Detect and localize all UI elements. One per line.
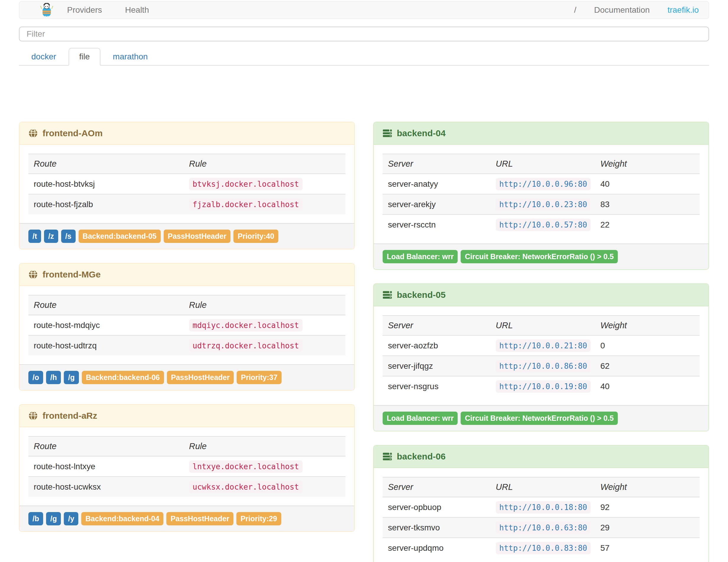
route-column-header: Route [28,436,184,456]
routes-header-row: Route Rule [28,295,345,315]
backend-setting-badge: Circuit Breaker: NetworkErrorRatio () > … [461,412,618,425]
backend-card-header: backend-05 [374,284,709,306]
nav-providers-link[interactable]: Providers [67,5,102,15]
backend-card-body: Server URL Weight server-anatyy http://1… [374,145,709,243]
server-column-header: Server [383,316,490,335]
nav-traefik-io-link[interactable]: traefik.io [667,5,699,15]
frontend-card-body: Route Rule route-host-mdqiyc mdqiyc.dock… [19,286,354,364]
frontend-setting-badge: Backend:backend-04 [81,512,163,525]
server-name-cell: server-nsgrus [383,376,490,396]
weight-cell: 29 [595,517,700,538]
frontend-card-header: frontend-MGe [19,264,354,286]
routes-header-row: Route Rule [28,436,345,456]
frontend-setting-badge: Backend:backend-05 [79,230,161,243]
route-row: route-host-udtrzq udtrzq.docker.localhos… [28,335,345,355]
frontend-title: frontend-AOm [43,128,103,138]
frontend-card-footer: /t/z/sBackend:backend-05PassHostHeaderPr… [19,223,354,249]
server-name-cell: server-aozfzb [383,335,490,356]
url-cell: http://10.0.0.57:80 [490,215,595,235]
globe-icon [28,270,38,279]
server-name-cell: server-anatyy [383,174,490,194]
entrypoint-badge: /z [44,230,58,243]
navbar-right-group: / Documentation traefik.io [574,5,699,15]
globe-icon [28,411,38,420]
nav-documentation-link[interactable]: Documentation [594,5,650,15]
server-name-cell: server-opbuop [383,497,490,517]
entrypoint-badge: /h [46,371,61,384]
server-icon [383,129,392,138]
server-row: server-aozfzb http://10.0.0.21:80 0 [383,335,700,356]
routes-header-row: Route Rule [28,154,345,174]
nav-health-link[interactable]: Health [125,5,149,15]
url-cell: http://10.0.0.23:80 [490,194,595,215]
rule-cell: fjzalb.docker.localhost [184,194,345,214]
nav-separator: / [574,5,576,15]
tab-marathon[interactable]: marathon [102,48,158,66]
filter-bar [19,27,709,41]
servers-table: Server URL Weight server-aozfzb http://1… [383,315,700,396]
entrypoint-badge: /g [64,371,79,384]
server-column-header: Server [383,477,490,497]
weight-cell: 62 [595,356,700,376]
frontend-card-body: Route Rule route-host-btvksj btvksj.dock… [19,145,354,223]
frontend-card-body: Route Rule route-host-lntxye lntxye.dock… [19,427,354,506]
server-name-cell: server-tksmvo [383,517,490,538]
route-row: route-host-lntxye lntxye.docker.localhos… [28,456,345,477]
rule-column-header: Rule [184,295,345,315]
entrypoint-badge: /g [46,512,61,525]
weight-cell: 83 [595,194,700,215]
weight-column-header: Weight [595,154,700,174]
servers-header-row: Server URL Weight [383,477,700,497]
route-row: route-host-mdqiyc mdqiyc.docker.localhos… [28,315,345,335]
route-name-cell: route-host-mdqiyc [28,315,184,335]
frontend-card: frontend-aRz Route Rule route-host-lntxy… [19,404,355,532]
backend-card-header: backend-06 [374,446,709,468]
route-column-header: Route [28,154,184,174]
frontend-setting-badge: PassHostHeader [167,371,234,384]
entrypoint-badge: /y [64,512,78,525]
frontend-setting-badge: Priority:37 [237,371,282,384]
frontend-setting-badge: Backend:backend-06 [82,371,164,384]
server-icon [383,290,392,300]
backend-setting-badge: Load Balancer: wrr [383,250,458,263]
server-column-header: Server [383,154,490,174]
url-cell: http://10.0.0.19:80 [490,376,595,396]
rule-cell: lntxye.docker.localhost [184,456,345,477]
url-cell: http://10.0.0.21:80 [490,335,595,356]
frontend-card-footer: /b/g/yBackend:backend-04PassHostHeaderPr… [19,506,354,531]
frontend-setting-badge: PassHostHeader [164,230,231,243]
page: Providers Health / Documentation traefik… [0,0,728,562]
rule-column-header: Rule [184,154,345,174]
frontend-title: frontend-aRz [43,411,97,421]
globe-icon [28,129,38,138]
frontend-card-header: frontend-aRz [19,405,354,427]
weight-cell: 57 [595,538,700,558]
routes-table: Route Rule route-host-btvksj btvksj.dock… [28,154,345,214]
backend-card: backend-05 Server URL Weight server-aozf… [373,283,709,431]
traefik-logo-icon[interactable] [40,3,53,17]
backend-title: backend-04 [397,128,446,138]
route-column-header: Route [28,295,184,315]
url-cell: http://10.0.0.83:80 [490,538,595,558]
backend-setting-badge: Circuit Breaker: NetworkErrorRatio () > … [461,250,618,263]
url-cell: http://10.0.0.18:80 [490,497,595,517]
server-row: server-updqmo http://10.0.0.83:80 57 [383,538,700,558]
filter-input[interactable] [19,27,709,41]
backend-card: backend-04 Server URL Weight server-anat… [373,122,709,270]
server-name-cell: server-updqmo [383,538,490,558]
tab-file[interactable]: file [69,48,100,66]
frontend-card-header: frontend-AOm [19,122,354,145]
route-name-cell: route-host-ucwksx [28,477,184,497]
backend-card-body: Server URL Weight server-opbuop http://1… [374,468,709,562]
entrypoint-badge: /s [61,230,76,243]
url-cell: http://10.0.0.86:80 [490,356,595,376]
route-name-cell: route-host-fjzalb [28,194,184,214]
routes-table: Route Rule route-host-mdqiyc mdqiyc.dock… [28,295,345,355]
weight-column-header: Weight [595,477,700,497]
url-cell: http://10.0.0.63:80 [490,517,595,538]
backend-card: backend-06 Server URL Weight server-opbu… [373,445,709,562]
route-name-cell: route-host-udtrzq [28,335,184,355]
route-name-cell: route-host-lntxye [28,456,184,477]
tab-docker[interactable]: docker [21,48,67,66]
server-row: server-opbuop http://10.0.0.18:80 92 [383,497,700,517]
